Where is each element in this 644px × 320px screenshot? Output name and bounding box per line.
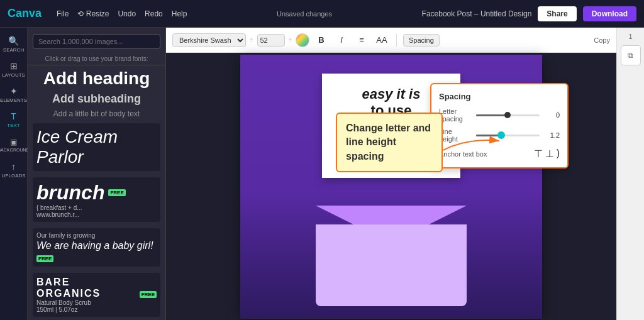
sidebar-label-elements: ELEMENTS (0, 97, 27, 103)
sidebar-item-background[interactable]: ▣ BACKGROUND (3, 133, 25, 156)
letter-spacing-track[interactable] (476, 114, 540, 116)
callout-text: Change letter and line height spacing (346, 123, 431, 162)
font-sub-baby-header: Our family is growing (36, 232, 157, 239)
envelope (316, 206, 467, 306)
font-name-ice-cream: Ice Cream Parlor (36, 127, 157, 167)
sidebar-item-text[interactable]: T TEXT (3, 108, 25, 131)
anchor-right-icon[interactable]: ) (557, 148, 560, 160)
letter-spacing-row: Letter spacing 0 (439, 108, 560, 123)
canvas-content: easy it is to use BYOGD images! Spacing … (166, 53, 616, 320)
font-sub-brunch: { breakfast + d...www.brunch.r... (36, 204, 157, 218)
envelope-body (316, 224, 467, 306)
callout-box: Change letter and line height spacing (336, 113, 443, 172)
file-menu[interactable]: File (57, 9, 69, 18)
sidebar-label-search: SEARCH (3, 47, 24, 53)
resize-icon: ⟲ (77, 9, 86, 18)
sidebar-label-background: BACKGROUND (0, 148, 30, 152)
anchor-middle-icon[interactable]: ⊥ (545, 148, 554, 160)
uploads-icon: ↑ (11, 162, 16, 172)
sidebar-item-search[interactable]: 🔍 SEARCH (3, 33, 25, 55)
navbar-right: Facebook Post – Untitled Design Share Do… (422, 6, 636, 21)
line-height-value: 1.2 (545, 131, 560, 139)
add-body[interactable]: Add a little bit of body text (33, 109, 160, 118)
free-badge-brunch: FREE (108, 189, 125, 196)
font-section: Add heading Add subheading Add a little … (28, 65, 165, 320)
right-sidebar: 1 ⧉ (616, 28, 644, 320)
align-button[interactable]: ≡ (353, 32, 370, 48)
font-panel: Click or drag to use your brand fonts: A… (28, 28, 166, 320)
font-name-brunch: brunch (36, 181, 104, 204)
letter-spacing-value: 0 (545, 111, 560, 119)
sidebar-item-layouts[interactable]: ⊞ LAYOUTS (3, 58, 25, 80)
free-badge-bare: FREE (140, 291, 157, 298)
navbar-center: Unsaved changes (197, 10, 411, 18)
toolbar: Berkshire Swash ÷ ÷ B I ≡ AA Spacing Cop… (166, 28, 616, 53)
font-card-ice-cream[interactable]: Ice Cream Parlor (33, 123, 160, 171)
left-sidebar: 🔍 SEARCH ⊞ LAYOUTS ✦ ELEMENTS T TEXT ▣ B… (0, 28, 28, 320)
canvas-with-toolbar: Berkshire Swash ÷ ÷ B I ≡ AA Spacing Cop… (166, 28, 616, 320)
copy-button[interactable]: Copy (594, 36, 610, 44)
font-card-brunch[interactable]: brunch FREE { breakfast + d...www.brunch… (33, 177, 160, 222)
case-button[interactable]: AA (374, 32, 390, 48)
search-input[interactable] (33, 34, 160, 49)
color-picker-button[interactable] (296, 33, 309, 47)
page-number: 1 (628, 33, 632, 40)
font-card-baby[interactable]: Our family is growing We are having a ba… (33, 228, 160, 267)
sidebar-label-uploads: UPLOADS (1, 173, 25, 179)
unsaved-badge: Unsaved changes (277, 10, 332, 18)
letter-spacing-label: Letter spacing (439, 108, 471, 123)
resize-menu[interactable]: ⟲ Resize (77, 9, 109, 18)
navbar-menu: File ⟲ Resize Undo Redo Help (57, 9, 187, 18)
layouts-icon: ⊞ (10, 61, 18, 71)
canva-logo: Canva (8, 7, 42, 20)
callout-arrow (443, 131, 506, 157)
size-divider: ÷ (289, 36, 292, 43)
help-menu[interactable]: Help (172, 9, 187, 18)
letter-spacing-fill (476, 114, 508, 116)
font-name-bare: BARE ORGANICS (36, 277, 136, 299)
sidebar-label-layouts: LAYOUTS (2, 72, 25, 78)
free-badge-baby: FREE (36, 255, 53, 262)
bold-button[interactable]: B (313, 32, 330, 48)
redo-menu[interactable]: Redo (145, 9, 163, 18)
background-icon: ▣ (10, 138, 17, 146)
font-sub-bare: Natural Body Scrub150ml | 5.07oz (36, 299, 136, 313)
toolbar-divider (396, 34, 397, 47)
sidebar-label-text: TEXT (7, 123, 19, 128)
sidebar-item-uploads[interactable]: ↑ UPLOADS (3, 158, 25, 181)
main-layout: 🔍 SEARCH ⊞ LAYOUTS ✦ ELEMENTS T TEXT ▣ B… (0, 28, 644, 320)
brand-text: Click or drag to use your brand fonts: (28, 53, 165, 65)
text-icon: T (11, 111, 16, 121)
copy-page-button[interactable]: ⧉ (621, 45, 641, 65)
add-heading[interactable]: Add heading (33, 69, 160, 89)
share-button[interactable]: Share (538, 6, 576, 21)
elements-icon: ✦ (10, 86, 18, 96)
search-icon: 🔍 (8, 36, 19, 46)
anchor-icons: ⊤ ⊥ ) (534, 148, 560, 160)
download-button[interactable]: Download (583, 6, 636, 21)
font-size-divider: ÷ (250, 36, 253, 43)
font-name-baby: We are having a baby girl! (36, 240, 157, 251)
italic-button[interactable]: I (333, 32, 350, 48)
font-size-input[interactable] (257, 34, 285, 47)
spacing-title: Spacing (439, 92, 560, 101)
navbar: Canva File ⟲ Resize Undo Redo Help Unsav… (0, 0, 644, 28)
add-subheading[interactable]: Add subheading (33, 92, 160, 106)
project-title: Facebook Post – Untitled Design (422, 9, 532, 18)
undo-menu[interactable]: Undo (118, 9, 136, 18)
font-family-select[interactable]: Berkshire Swash (172, 33, 246, 47)
font-card-bare[interactable]: BARE ORGANICS Natural Body Scrub150ml | … (33, 273, 160, 317)
spacing-button[interactable]: Spacing (403, 34, 440, 47)
sidebar-item-elements[interactable]: ✦ ELEMENTS (3, 83, 25, 106)
copy-page-icon: ⧉ (628, 51, 633, 60)
letter-spacing-thumb[interactable] (504, 112, 511, 118)
anchor-top-icon[interactable]: ⊤ (534, 148, 543, 160)
